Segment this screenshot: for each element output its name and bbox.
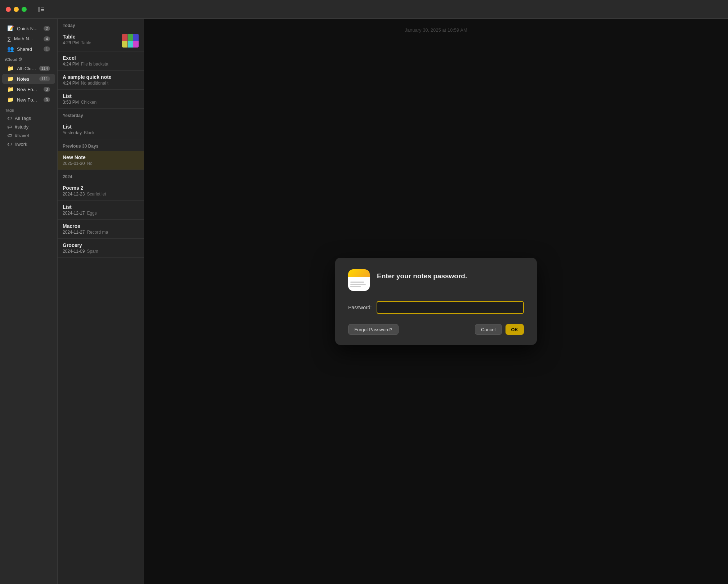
note-info-grocery: Grocery 2024-11-09 Spam <box>63 242 139 254</box>
note-item-table[interactable]: Table 4:29 PM Table <box>58 30 144 51</box>
password-row: Password: <box>348 301 524 314</box>
sidebar-badge-math-notes: 4 <box>44 36 50 41</box>
minimize-button[interactable] <box>14 7 19 12</box>
sidebar-badge-new-folder-2: 0 <box>44 97 50 102</box>
ok-button[interactable]: OK <box>505 324 524 335</box>
password-label: Password: <box>348 305 372 310</box>
note-time-excel: 4:24 PM <box>63 62 79 67</box>
sidebar-item-notes[interactable]: 📁 Notes 111 <box>2 74 55 84</box>
note-preview-grocery: Spam <box>87 249 98 254</box>
sidebar-item-all-icloud[interactable]: 📁 All iCloud 114 <box>2 63 55 73</box>
tag-work[interactable]: 🏷 #work <box>2 140 55 148</box>
dialog-header: Enter your notes password. <box>348 269 524 291</box>
note-preview-list-yesterday: Black <box>84 130 94 135</box>
dialog-buttons: Forgot Password? Cancel OK <box>348 324 524 335</box>
note-meta-list-2024: 2024-12-17 Eggs <box>63 211 139 216</box>
note-title-new-note: New Note <box>63 154 139 160</box>
note-preview-excel: File is backsta <box>81 62 108 67</box>
note-item-new-note[interactable]: New Note 2025-01-30 No <box>58 151 144 170</box>
note-item-poems2[interactable]: Poems 2 2024-12-23 Scarlet let <box>58 181 144 201</box>
notes-folder-icon: 📁 <box>7 76 14 82</box>
note-info-macros: Macros 2024-11-27 Record ma <box>63 223 139 235</box>
icloud-section-title: iCloud ⏱ <box>0 54 57 63</box>
note-title-grocery: Grocery <box>63 242 139 248</box>
sidebar-badge-new-folder-1: 3 <box>44 87 50 92</box>
all-icloud-icon: 📁 <box>7 65 14 72</box>
note-item-macros[interactable]: Macros 2024-11-27 Record ma <box>58 220 144 239</box>
quick-notes-icon: 📝 <box>7 25 14 32</box>
main-content: January 30, 2025 at 10:59 AM Enter your … <box>144 19 728 584</box>
app-body: 📝 Quick N... 2 ∑ Math N... 4 👥 Shared 1 … <box>0 19 728 584</box>
sidebar-badge-all-icloud: 114 <box>39 66 50 71</box>
tag-travel[interactable]: 🏷 #travel <box>2 131 55 140</box>
tag-label-study: #study <box>15 124 28 130</box>
note-preview-list-2024: Eggs <box>87 211 96 216</box>
tag-icon-work: 🏷 <box>7 141 12 147</box>
note-title-macros: Macros <box>63 223 139 229</box>
note-item-list-yesterday[interactable]: List Yesterday Black <box>58 120 144 139</box>
note-info-list-today: List 3:53 PM Chicken <box>63 93 139 105</box>
note-info-poems2: Poems 2 2024-12-23 Scarlet let <box>63 185 139 197</box>
tag-label-work: #work <box>15 141 27 147</box>
sidebar-label-all-icloud: All iCloud <box>17 66 36 71</box>
forgot-password-button[interactable]: Forgot Password? <box>348 324 399 335</box>
note-info-table: Table 4:29 PM Table <box>63 34 118 45</box>
note-time-list-today: 3:53 PM <box>63 100 79 105</box>
sidebar-item-math-notes[interactable]: ∑ Math N... 4 <box>2 34 55 44</box>
note-item-grocery[interactable]: Grocery 2024-11-09 Spam <box>58 239 144 258</box>
close-button[interactable] <box>6 7 11 12</box>
note-item-list-today[interactable]: List 3:53 PM Chicken <box>58 90 144 109</box>
sidebar-toggle-button[interactable] <box>36 4 46 14</box>
sidebar-label-new-folder-2: New Fo... <box>17 97 41 103</box>
sidebar-label-math-notes: Math N... <box>14 36 41 41</box>
note-item-list-2024[interactable]: List 2024-12-17 Eggs <box>58 201 144 220</box>
password-dialog: Enter your notes password. Password: For… <box>335 258 537 345</box>
tag-label-travel: #travel <box>15 133 29 138</box>
notes-app-icon <box>348 269 370 291</box>
note-thumb-table <box>122 34 139 48</box>
sidebar-item-shared[interactable]: 👥 Shared 1 <box>2 44 55 54</box>
password-input[interactable] <box>377 301 524 314</box>
note-title-poems2: Poems 2 <box>63 185 139 191</box>
note-time-list-yesterday: Yesterday <box>63 130 82 135</box>
sidebar: 📝 Quick N... 2 ∑ Math N... 4 👥 Shared 1 … <box>0 19 58 584</box>
note-meta-table: 4:29 PM Table <box>63 40 118 45</box>
sidebar-label-new-folder-1: New Fo... <box>17 87 41 92</box>
shared-icon: 👥 <box>7 46 14 52</box>
cancel-button[interactable]: Cancel <box>475 324 502 335</box>
sidebar-badge-quick-notes: 2 <box>44 26 50 31</box>
sidebar-item-new-folder-2[interactable]: 📁 New Fo... 0 <box>2 95 55 105</box>
note-item-quick-note[interactable]: A sample quick note 4:24 PM No additiona… <box>58 71 144 90</box>
sidebar-item-new-folder-1[interactable]: 📁 New Fo... 3 <box>2 84 55 94</box>
prev30-section-label: Previous 30 Days <box>58 139 144 151</box>
note-preview-quick-note: No additional t <box>81 81 109 86</box>
note-title-quick-note: A sample quick note <box>63 74 139 80</box>
today-section-label: Today <box>58 19 144 30</box>
svg-rect-0 <box>38 7 40 12</box>
note-time-list-2024: 2024-12-17 <box>63 211 85 216</box>
tags-section-title: Tags <box>0 105 57 114</box>
sidebar-item-quick-notes[interactable]: 📝 Quick N... 2 <box>2 23 55 33</box>
tag-icon-all: 🏷 <box>7 116 12 121</box>
note-info-new-note: New Note 2025-01-30 No <box>63 154 139 166</box>
tag-all-tags[interactable]: 🏷 All Tags <box>2 114 55 122</box>
dialog-body: Password: <box>348 301 524 314</box>
maximize-button[interactable] <box>22 7 27 12</box>
note-preview-macros: Record ma <box>87 230 108 235</box>
note-preview-new-note: No <box>87 161 92 166</box>
note-time-poems2: 2024-12-23 <box>63 192 85 197</box>
tag-study[interactable]: 🏷 #study <box>2 123 55 131</box>
dialog-title: Enter your notes password. <box>377 269 467 280</box>
svg-rect-2 <box>41 9 44 10</box>
note-item-excel[interactable]: Excel 4:24 PM File is backsta <box>58 51 144 71</box>
svg-rect-1 <box>41 8 44 8</box>
note-time-macros: 2024-11-27 <box>63 230 85 235</box>
new-folder-1-icon: 📁 <box>7 86 14 93</box>
note-meta-poems2: 2024-12-23 Scarlet let <box>63 192 139 197</box>
note-info-list-yesterday: List Yesterday Black <box>63 124 139 135</box>
2024-section-label: 2024 <box>58 170 144 181</box>
math-notes-icon: ∑ <box>7 36 11 42</box>
note-title-excel: Excel <box>63 55 139 61</box>
note-title-list-today: List <box>63 93 139 99</box>
note-preview-table: Table <box>81 40 91 45</box>
